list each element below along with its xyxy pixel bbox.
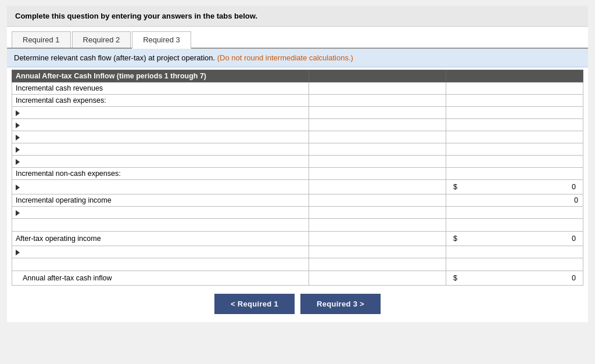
input-noncash1-col2[interactable] bbox=[309, 181, 446, 193]
row-dollar-aftertax-col3: $ 0 bbox=[446, 232, 583, 246]
arrow-icon bbox=[16, 110, 20, 116]
arrow-icon bbox=[16, 122, 20, 128]
input-revenues-col2[interactable] bbox=[309, 82, 446, 94]
input-expense2-col3[interactable] bbox=[446, 119, 583, 131]
empty-col2 bbox=[309, 219, 446, 232]
table-row bbox=[12, 246, 583, 258]
row-input-aftertax-arrow-col3[interactable] bbox=[446, 246, 583, 258]
main-container: Complete this question by entering your … bbox=[7, 6, 588, 322]
row-input-tax-col2[interactable] bbox=[309, 207, 446, 219]
table-row: Incremental cash revenues bbox=[12, 82, 583, 95]
row-input-noncash1-col2[interactable] bbox=[309, 180, 446, 194]
row-input-expense1-col3[interactable] bbox=[446, 107, 583, 119]
row-input-aftertax-arrow-col2[interactable] bbox=[309, 246, 446, 258]
table-header-col2 bbox=[309, 70, 446, 82]
row-input-expense1-col2[interactable] bbox=[309, 107, 446, 119]
row-input-expense5-col2[interactable] bbox=[309, 156, 446, 168]
table-row bbox=[12, 107, 583, 119]
input-expense1-col3[interactable] bbox=[446, 107, 583, 118]
row-input-expense3-col2[interactable] bbox=[309, 131, 446, 143]
input-tax-col2[interactable] bbox=[309, 207, 446, 218]
table-container: Annual After-tax Cash Inflow (time perio… bbox=[7, 67, 588, 286]
row-input-expense4-col2[interactable] bbox=[309, 143, 446, 156]
blue-instruction-note: (Do not round intermediate calculations.… bbox=[217, 53, 353, 62]
dollar-sign: $ bbox=[453, 183, 457, 191]
tab-required1[interactable]: Required 1 bbox=[12, 31, 71, 48]
input-expense4-col3[interactable] bbox=[446, 143, 583, 155]
aftertax-value: 0 bbox=[572, 235, 576, 243]
input-expense5-col3[interactable] bbox=[446, 156, 583, 167]
input-noncash-col2[interactable] bbox=[309, 168, 446, 179]
arrow-icon bbox=[16, 250, 20, 255]
table-row bbox=[12, 207, 583, 219]
row-input-aftertax-col2[interactable] bbox=[309, 232, 446, 246]
table-row: Incremental operating income 0 bbox=[12, 194, 583, 207]
nav-buttons: < Required 1 Required 3 > bbox=[7, 286, 588, 322]
row-label-aftertax-arrow bbox=[12, 246, 309, 258]
input-expense5-col2[interactable] bbox=[309, 156, 446, 167]
row-input-expenses-col3[interactable] bbox=[446, 95, 583, 107]
cash-flow-table: Annual After-tax Cash Inflow (time perio… bbox=[12, 70, 583, 286]
input-revenues-col3[interactable] bbox=[446, 82, 583, 94]
table-header-label: Annual After-tax Cash Inflow (time perio… bbox=[12, 70, 309, 82]
row-label-expenses: Incremental cash expenses: bbox=[12, 95, 309, 107]
tabs-bar: Required 1 Required 2 Required 3 bbox=[7, 27, 588, 49]
table-row: Incremental non-cash expenses: bbox=[12, 168, 583, 180]
row-dollar-noncash1-col3: $ 0 bbox=[446, 180, 583, 194]
row-input-opincome-col2[interactable] bbox=[309, 194, 446, 207]
input-expense4-col2[interactable] bbox=[309, 143, 446, 155]
empty-label2 bbox=[12, 258, 309, 271]
empty-col3 bbox=[446, 219, 583, 232]
instruction-text: Complete this question by entering your … bbox=[15, 12, 257, 20]
input-expense3-col3[interactable] bbox=[446, 131, 583, 143]
row-input-revenues-col3[interactable] bbox=[446, 82, 583, 95]
content-area: Determine relevant cash flow (after-tax)… bbox=[7, 49, 588, 322]
table-row bbox=[12, 219, 583, 232]
table-row bbox=[12, 119, 583, 131]
row-input-expense3-col3[interactable] bbox=[446, 131, 583, 143]
row-input-tax-col3[interactable] bbox=[446, 207, 583, 219]
tab-required2[interactable]: Required 2 bbox=[72, 31, 131, 48]
row-input-expenses-col2[interactable] bbox=[309, 95, 446, 107]
empty-col3-2 bbox=[446, 258, 583, 271]
arrow-icon bbox=[16, 135, 20, 140]
input-expense1-col2[interactable] bbox=[309, 107, 446, 118]
next-button[interactable]: Required 3 > bbox=[300, 294, 381, 314]
input-aftertax-col2[interactable] bbox=[309, 233, 446, 244]
row-input-expense2-col2[interactable] bbox=[309, 119, 446, 131]
row-label-expense2 bbox=[12, 119, 309, 131]
instruction-bar: Complete this question by entering your … bbox=[7, 6, 588, 27]
blue-instruction: Determine relevant cash flow (after-tax)… bbox=[7, 49, 588, 67]
row-label-opincome: Incremental operating income bbox=[12, 194, 309, 207]
row-input-noncash-col2[interactable] bbox=[309, 168, 446, 180]
table-row: Annual after-tax cash inflow $ 0 bbox=[12, 271, 583, 286]
row-label-aftertax: After-tax operating income bbox=[12, 232, 309, 246]
row-label-annual: Annual after-tax cash inflow bbox=[12, 271, 309, 286]
empty-col2-2 bbox=[309, 258, 446, 271]
row-dollar-annual-col3: $ 0 bbox=[446, 271, 583, 286]
row-input-annual-col2[interactable] bbox=[309, 271, 446, 286]
input-expense2-col2[interactable] bbox=[309, 119, 446, 131]
dollar-sign: $ bbox=[453, 274, 457, 282]
blue-instruction-text: Determine relevant cash flow (after-tax)… bbox=[14, 53, 215, 62]
input-aftertax-arrow-col3[interactable] bbox=[446, 246, 583, 258]
row-val-noncash-col3 bbox=[446, 168, 583, 180]
table-row bbox=[12, 131, 583, 143]
input-opincome-col2[interactable] bbox=[309, 194, 446, 206]
row-label-expense3 bbox=[12, 131, 309, 143]
row-input-expense2-col3[interactable] bbox=[446, 119, 583, 131]
input-tax-col3[interactable] bbox=[446, 207, 583, 218]
row-input-expense4-col3[interactable] bbox=[446, 143, 583, 156]
input-expenses-col3[interactable] bbox=[446, 95, 583, 106]
row-label-expense4 bbox=[12, 143, 309, 156]
input-aftertax-arrow-col2[interactable] bbox=[309, 246, 446, 258]
tab-required3[interactable]: Required 3 bbox=[132, 31, 191, 49]
row-input-revenues-col2[interactable] bbox=[309, 82, 446, 95]
table-row: $ 0 bbox=[12, 180, 583, 194]
input-annual-col2[interactable] bbox=[309, 272, 446, 284]
prev-button[interactable]: < Required 1 bbox=[214, 294, 295, 314]
row-input-expense5-col3[interactable] bbox=[446, 156, 583, 168]
input-expenses-col2[interactable] bbox=[309, 95, 446, 106]
input-expense3-col2[interactable] bbox=[309, 131, 446, 143]
row-val-opincome-col3: 0 bbox=[446, 194, 583, 207]
